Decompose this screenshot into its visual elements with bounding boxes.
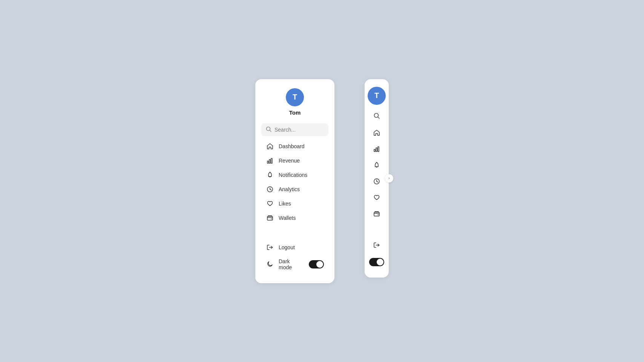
dark-mode-toggle-container[interactable]: Dark mode	[261, 255, 328, 274]
sidebar-item-label: Revenue	[279, 158, 300, 164]
search-input[interactable]	[274, 127, 324, 133]
collapsed-revenue[interactable]	[365, 142, 389, 158]
avatar-collapsed: T	[368, 87, 386, 105]
sidebar-expanded: T Tom Dashboard	[255, 79, 334, 283]
bottom-section: Logout Dark mode	[261, 240, 328, 274]
collapsed-dashboard[interactable]	[365, 126, 389, 142]
avatar: T	[286, 88, 304, 106]
analytics-icon	[266, 186, 274, 193]
svg-rect-12	[376, 148, 377, 152]
svg-rect-4	[271, 158, 272, 163]
collapsed-search[interactable]	[365, 109, 389, 124]
svg-rect-7	[267, 216, 273, 220]
sidebar-item-analytics[interactable]: Analytics	[261, 182, 328, 196]
logout-icon	[266, 244, 274, 251]
expand-button[interactable]: ›	[385, 174, 393, 183]
svg-rect-11	[374, 149, 375, 152]
sidebar-item-revenue[interactable]: Revenue	[261, 153, 328, 168]
collapsed-logout[interactable]	[365, 238, 389, 254]
dark-mode-switch[interactable]	[309, 260, 324, 268]
search-icon	[266, 126, 271, 133]
bar-chart-icon-collapsed	[373, 146, 380, 154]
search-icon-collapsed	[373, 112, 380, 121]
home-icon-collapsed	[373, 129, 380, 138]
sidebar-item-label: Notifications	[279, 172, 307, 178]
wallet-icon	[266, 215, 274, 221]
svg-line-1	[270, 130, 271, 132]
nav-list: Dashboard Revenue	[261, 139, 328, 225]
search-box[interactable]	[261, 123, 328, 136]
collapsed-likes[interactable]	[365, 190, 389, 207]
heart-icon	[266, 200, 274, 207]
logout-icon-collapsed	[373, 242, 380, 250]
moon-icon	[266, 261, 274, 268]
sidebar-item-dashboard[interactable]: Dashboard	[261, 139, 328, 153]
bell-icon	[266, 172, 274, 178]
collapsed-wallets[interactable]	[365, 207, 389, 223]
bell-icon-collapsed	[373, 162, 380, 170]
sidebar-collapsed: T ›	[365, 79, 389, 278]
sidebar-item-label: Wallets	[279, 215, 296, 221]
dark-mode-switch-collapsed[interactable]	[369, 258, 384, 266]
home-icon	[266, 143, 274, 150]
dark-mode-label: Dark mode	[279, 258, 304, 270]
sidebar-item-label: Dashboard	[279, 143, 305, 149]
user-name: Tom	[289, 109, 301, 116]
sidebar-item-label: Likes	[279, 201, 291, 207]
sidebar-item-label: Logout	[279, 244, 295, 250]
wallet-icon-collapsed	[373, 210, 380, 219]
sidebar-item-likes[interactable]: Likes	[261, 196, 328, 211]
svg-rect-16	[374, 212, 379, 216]
sidebar-item-wallets[interactable]: Wallets	[261, 211, 328, 225]
collapsed-bottom	[365, 238, 389, 270]
sidebar-header: T Tom	[261, 88, 328, 116]
heart-icon-collapsed	[373, 194, 380, 203]
bar-chart-icon	[266, 157, 274, 164]
svg-rect-2	[267, 161, 268, 163]
svg-rect-13	[378, 147, 379, 152]
sidebar-item-notifications[interactable]: Notifications	[261, 168, 328, 182]
sidebar-item-label: Analytics	[279, 186, 300, 192]
sidebars-container: T Tom Dashboard	[255, 79, 389, 283]
collapsed-notifications[interactable]	[365, 158, 389, 174]
svg-line-10	[378, 117, 379, 118]
analytics-icon-collapsed	[373, 178, 380, 187]
svg-rect-3	[269, 160, 270, 163]
sidebar-item-logout[interactable]: Logout	[261, 240, 328, 255]
